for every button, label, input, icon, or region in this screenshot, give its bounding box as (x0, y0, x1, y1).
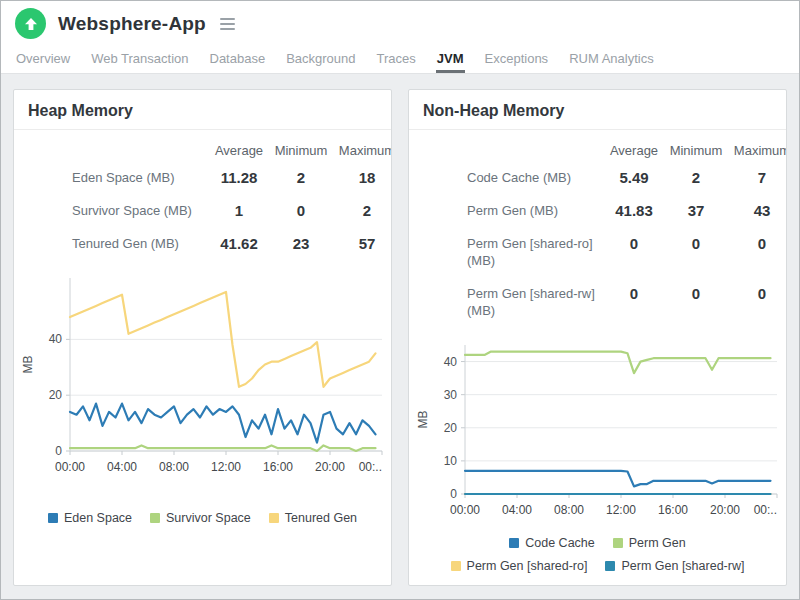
legend-item-code-cache[interactable]: Code Cache (509, 536, 595, 550)
column-header-maximum: Maximum (727, 142, 787, 159)
metric-value: 41.83 (603, 202, 665, 219)
legend-swatch (509, 538, 519, 548)
svg-text:0: 0 (450, 487, 457, 501)
legend-label: Eden Space (64, 511, 132, 525)
table-row: Perm Gen [shared-rw] (MB)000 (409, 277, 786, 327)
svg-text:08:00: 08:00 (554, 503, 584, 517)
tab-traces[interactable]: Traces (376, 46, 417, 73)
tab-jvm[interactable]: JVM (436, 46, 465, 73)
non-heap-metric-table: AverageMinimumMaximumCode Cache (MB)5.49… (409, 130, 786, 327)
svg-text:04:00: 04:00 (107, 460, 137, 474)
legend-row: Perm Gen [shared-ro]Perm Gen [shared-rw] (409, 559, 786, 573)
svg-text:20: 20 (49, 388, 63, 402)
panel-title: Heap Memory (14, 90, 391, 129)
up-arrow-icon (24, 17, 38, 31)
legend-item-perm-gen-shared-rw[interactable]: Perm Gen [shared-rw] (605, 559, 744, 573)
svg-text:MB: MB (416, 411, 430, 429)
non-heap-chart-legend: Code CachePerm GenPerm Gen [shared-ro]Pe… (409, 536, 786, 573)
metric-label: Tenured Gen (MB) (14, 235, 200, 252)
legend-swatch (451, 561, 461, 571)
tab-database[interactable]: Database (209, 46, 267, 73)
table-row: Perm Gen (MB)41.833743 (409, 194, 786, 227)
tab-rum-analytics[interactable]: RUM Analytics (568, 46, 655, 73)
metric-label: Code Cache (MB) (409, 169, 595, 186)
metric-value: 11.28 (208, 169, 270, 186)
legend-swatch (605, 561, 615, 571)
metric-value: 0 (603, 235, 665, 252)
svg-text:00:00: 00:00 (55, 460, 85, 474)
table-row: Perm Gen [shared-ro] (MB)000 (409, 227, 786, 277)
app-header: Websphere-App (1, 1, 799, 46)
svg-text:MB: MB (21, 356, 35, 374)
column-header-minimum: Minimum (270, 142, 332, 159)
legend-swatch (150, 513, 160, 523)
heap-metric-table: AverageMinimumMaximumEden Space (MB)11.2… (14, 130, 391, 260)
svg-text:40: 40 (444, 355, 458, 369)
table-header-row: AverageMinimumMaximum (14, 136, 391, 161)
column-header-average: Average (603, 142, 665, 159)
svg-text:00:..: 00:.. (359, 460, 382, 474)
table-row: Eden Space (MB)11.28218 (14, 161, 391, 194)
metric-value: 2 (332, 202, 392, 219)
legend-item-perm-gen-shared-ro[interactable]: Perm Gen [shared-ro] (451, 559, 588, 573)
heap-memory-panel: Heap Memory AverageMinimumMaximumEden Sp… (13, 89, 392, 586)
legend-label: Perm Gen [shared-ro] (467, 559, 588, 573)
legend-label: Survivor Space (166, 511, 251, 525)
svg-text:16:00: 16:00 (658, 503, 688, 517)
tab-overview[interactable]: Overview (15, 46, 71, 73)
metric-value: 18 (332, 169, 392, 186)
tab-exceptions[interactable]: Exceptions (484, 46, 550, 73)
legend-item-tenured-gen[interactable]: Tenured Gen (269, 511, 357, 525)
metric-value: 2 (665, 169, 727, 186)
legend-item-survivor-space[interactable]: Survivor Space (150, 511, 251, 525)
content: Heap Memory AverageMinimumMaximumEden Sp… (1, 74, 799, 600)
status-up-icon (15, 8, 46, 39)
metric-value: 5.49 (603, 169, 665, 186)
legend-item-perm-gen[interactable]: Perm Gen (613, 536, 686, 550)
legend-item-eden-space[interactable]: Eden Space (48, 511, 132, 525)
metric-label: Perm Gen [shared-rw] (MB) (409, 285, 595, 319)
column-header-maximum: Maximum (332, 142, 392, 159)
svg-text:20:00: 20:00 (315, 460, 345, 474)
non-heap-memory-chart: 01020304000:0004:0008:0012:0016:0020:000… (413, 337, 785, 520)
app-title: Websphere-App (58, 13, 206, 35)
metric-value: 7 (727, 169, 787, 186)
legend-row: Code CachePerm Gen (409, 536, 786, 550)
tab-bar: OverviewWeb TransactionDatabaseBackgroun… (1, 46, 799, 74)
metric-value: 1 (208, 202, 270, 219)
svg-text:04:00: 04:00 (502, 503, 532, 517)
tab-background[interactable]: Background (285, 46, 356, 73)
metric-label: Eden Space (MB) (14, 169, 200, 186)
metric-label: Perm Gen [shared-ro] (MB) (409, 235, 595, 269)
metric-value: 0 (727, 285, 787, 302)
panel-title: Non-Heap Memory (409, 90, 786, 129)
metric-value: 43 (727, 202, 787, 219)
table-row: Code Cache (MB)5.4927 (409, 161, 786, 194)
non-heap-memory-panel: Non-Heap Memory AverageMinimumMaximumCod… (408, 89, 787, 586)
svg-text:00:..: 00:.. (754, 503, 777, 517)
legend-label: Perm Gen [shared-rw] (621, 559, 744, 573)
metric-value: 0 (665, 285, 727, 302)
table-row: Survivor Space (MB)102 (14, 194, 391, 227)
hamburger-menu-icon[interactable] (217, 15, 238, 33)
svg-text:40: 40 (49, 332, 63, 346)
metric-value: 37 (665, 202, 727, 219)
metric-value: 0 (603, 285, 665, 302)
page: Websphere-App OverviewWeb TransactionDat… (0, 0, 800, 600)
metric-value: 0 (727, 235, 787, 252)
table-header-row: AverageMinimumMaximum (409, 136, 786, 161)
metric-value: 2 (270, 169, 332, 186)
legend-swatch (269, 513, 279, 523)
tab-web-transaction[interactable]: Web Transaction (90, 46, 189, 73)
svg-text:08:00: 08:00 (159, 460, 189, 474)
svg-text:0: 0 (55, 444, 62, 458)
svg-text:12:00: 12:00 (211, 460, 241, 474)
legend-label: Code Cache (525, 536, 595, 550)
metric-value: 0 (270, 202, 332, 219)
svg-text:16:00: 16:00 (263, 460, 293, 474)
legend-swatch (48, 513, 58, 523)
svg-text:20: 20 (444, 421, 458, 435)
heap-memory-chart: 0204000:0004:0008:0012:0016:0020:0000:..… (18, 270, 390, 477)
metric-label: Perm Gen (MB) (409, 202, 595, 219)
svg-text:20:00: 20:00 (710, 503, 740, 517)
